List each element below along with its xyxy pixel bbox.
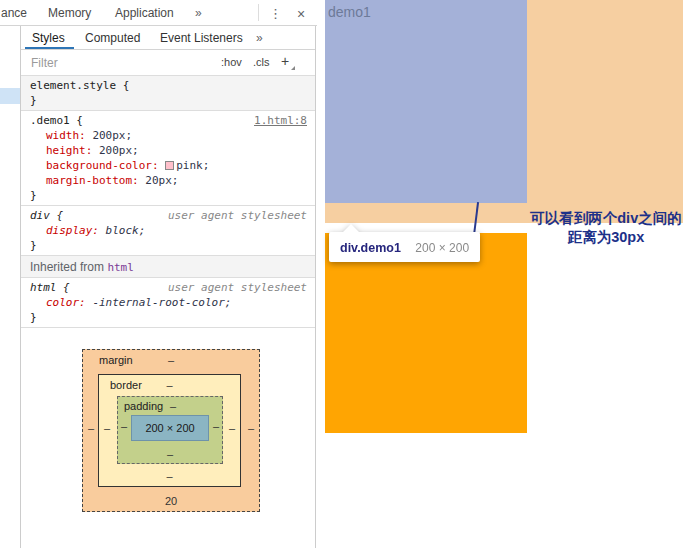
user-agent-note: user agent stylesheet — [168, 208, 307, 223]
property-value[interactable]: pink; — [176, 159, 209, 172]
property-name[interactable]: margin-bottom: — [46, 174, 139, 187]
property-name[interactable]: width: — [46, 129, 86, 142]
padding-left-value[interactable]: – — [121, 420, 127, 432]
css-property[interactable]: margin-bottom: 20px; — [30, 173, 307, 188]
annotation-line-2: 距离为30px — [529, 228, 683, 247]
padding-right-value[interactable]: – — [213, 420, 219, 432]
toolbar-separator — [258, 4, 259, 21]
border-left-value[interactable]: – — [104, 422, 110, 434]
property-name[interactable]: background-color: — [46, 159, 159, 172]
inherited-from-label: Inherited from — [30, 260, 107, 274]
styles-sub-tabbar: Styles Computed Event Listeners » — [21, 26, 315, 50]
rule-div-ua: user agent stylesheet div { display: blo… — [21, 206, 315, 256]
source-link[interactable]: 1.html:8 — [254, 113, 307, 128]
padding-top-value[interactable]: – — [170, 400, 176, 412]
padding-label: padding — [124, 400, 163, 412]
margin-bottom-value[interactable]: 20 — [83, 495, 259, 507]
css-property[interactable]: color: -internal-root-color; — [30, 295, 307, 310]
annotation-text: 可以看到两个div之间的 距离为30px — [529, 209, 683, 247]
element-classes-button[interactable]: .cls — [253, 56, 270, 68]
content-size-label: 200 × 200 — [145, 422, 194, 434]
more-tabs-icon[interactable]: » — [256, 31, 263, 45]
devtools-top-tabbar: ance Memory Application » ⋮ × — [0, 0, 317, 26]
box-model-padding[interactable]: padding – – – – 200 × 200 — [117, 396, 223, 464]
property-value[interactable]: 20px; — [145, 174, 178, 187]
margin-highlight-right-block — [527, 0, 683, 223]
selector-div[interactable]: div { — [30, 209, 63, 222]
tooltip-dimensions: 200 × 200 — [415, 241, 469, 255]
margin-top-value[interactable]: – — [83, 354, 259, 366]
inherited-from-header: Inherited from html — [21, 256, 315, 278]
property-name[interactable]: color: — [46, 296, 86, 309]
kebab-menu-icon[interactable]: ⋮ — [269, 6, 282, 21]
tab-styles[interactable]: Styles — [32, 31, 65, 45]
devtools-panel: ance Memory Application » ⋮ × Styles Com… — [0, 0, 317, 548]
property-name[interactable]: display: — [46, 224, 99, 237]
property-value[interactable]: 200px; — [92, 129, 132, 142]
tab-performance-truncated[interactable]: ance — [1, 6, 27, 20]
margin-bottom-highlight-strip — [325, 203, 527, 223]
tab-memory[interactable]: Memory — [48, 6, 91, 20]
selector-html[interactable]: html { — [30, 281, 70, 294]
box-model-content[interactable]: 200 × 200 — [131, 415, 209, 441]
tab-application[interactable]: Application — [115, 6, 174, 20]
styles-filter-row: :hov .cls + — [21, 50, 315, 76]
selector-demo1[interactable]: .demo1 { — [30, 114, 83, 127]
elements-selected-row-fragment[interactable] — [0, 88, 20, 104]
property-value[interactable]: -internal-root-color; — [92, 296, 231, 309]
property-name[interactable]: height: — [46, 144, 92, 157]
demo1-text: demo1 — [328, 4, 371, 20]
margin-right-value[interactable]: – — [248, 422, 254, 434]
property-value[interactable]: block; — [106, 224, 146, 237]
border-right-value[interactable]: – — [229, 422, 235, 434]
demo2-div — [325, 233, 527, 433]
styles-pane: Styles Computed Event Listeners » :hov .… — [21, 26, 316, 548]
css-property[interactable]: background-color: pink; — [30, 158, 307, 173]
border-bottom-value[interactable]: – — [99, 470, 240, 482]
rendered-page: demo1 可以看到两个div之间的 距离为30px div.demo1 200… — [317, 0, 683, 548]
css-property[interactable]: height: 200px; — [30, 143, 307, 158]
rule-demo1: 1.html:8 .demo1 { width: 200px; height: … — [21, 111, 315, 206]
selector-element-style[interactable]: element.style { — [30, 79, 129, 92]
rule-element-style: element.style { } — [21, 76, 315, 111]
element-tooltip: div.demo1 200 × 200 — [329, 224, 480, 262]
property-value[interactable]: 200px; — [99, 144, 139, 157]
tooltip-selector: div.demo1 — [340, 241, 401, 255]
filter-input[interactable] — [31, 54, 211, 72]
padding-bottom-value[interactable]: – — [118, 448, 222, 460]
user-agent-note: user agent stylesheet — [168, 280, 307, 295]
inherited-node-link[interactable]: html — [107, 261, 134, 274]
close-brace: } — [30, 188, 307, 203]
new-style-rule-button[interactable]: + — [281, 53, 289, 69]
color-swatch[interactable] — [165, 161, 174, 170]
close-brace: } — [30, 93, 307, 108]
new-style-rule-dropdown-corner — [291, 66, 295, 70]
more-tabs-icon[interactable]: » — [195, 6, 202, 20]
margin-left-value[interactable]: – — [88, 422, 94, 434]
css-property[interactable]: display: block; — [30, 223, 307, 238]
box-model-diagram: margin – – – 20 border – – – – padding –… — [21, 328, 315, 512]
elements-panel-edge — [0, 26, 20, 548]
box-model-border[interactable]: border – – – – padding – – – – 200 × 200 — [98, 374, 241, 487]
rule-html-ua: user agent stylesheet html { color: -int… — [21, 278, 315, 328]
tab-event-listeners[interactable]: Event Listeners — [160, 31, 243, 45]
close-icon[interactable]: × — [297, 6, 305, 22]
active-tab-indicator — [25, 47, 74, 49]
toggle-pseudo-state-button[interactable]: :hov — [221, 56, 242, 68]
demo1-div-content-highlight: demo1 — [325, 0, 527, 203]
close-brace: } — [30, 238, 307, 253]
tab-computed[interactable]: Computed — [85, 31, 140, 45]
close-brace: } — [30, 310, 307, 325]
border-top-value[interactable]: – — [99, 379, 240, 391]
box-model-margin[interactable]: margin – – – 20 border – – – – padding –… — [82, 349, 260, 512]
css-property[interactable]: width: 200px; — [30, 128, 307, 143]
annotation-line-1: 可以看到两个div之间的 — [529, 209, 683, 228]
